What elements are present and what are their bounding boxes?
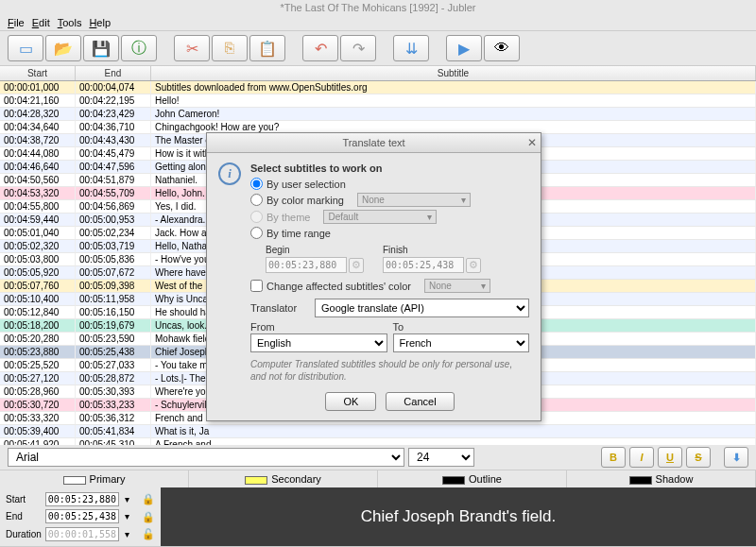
- undo-button[interactable]: ↶: [302, 35, 338, 61]
- from-select[interactable]: English: [250, 333, 387, 352]
- font-size-select[interactable]: 24: [408, 448, 474, 467]
- menu-edit[interactable]: Edit: [32, 17, 50, 28]
- change-color-label[interactable]: Change affected subtitles' color: [266, 281, 411, 292]
- to-label: To: [393, 321, 530, 333]
- start-lock-icon[interactable]: 🔒: [142, 491, 155, 507]
- change-color-select: None▾: [424, 279, 490, 293]
- subtitle-preview[interactable]: Chief Joseph Brandt's field.: [161, 487, 756, 546]
- translator-select[interactable]: Google translate (API): [315, 299, 529, 317]
- col-start[interactable]: Start: [0, 66, 76, 80]
- cell-end: 00:05:23,590: [76, 333, 151, 346]
- cell-end: 00:04:51,879: [76, 174, 151, 187]
- table-row[interactable]: 00:04:21,16000:04:22,195Hello!: [0, 94, 756, 108]
- radio-color-label[interactable]: By color marking: [266, 195, 344, 206]
- duration-stepper[interactable]: ▾: [125, 527, 138, 541]
- cell-end: 00:00:04,074: [76, 81, 151, 94]
- paste-button[interactable]: 📋: [249, 35, 285, 61]
- begin-gear-icon: ⚙: [349, 258, 364, 273]
- swatch-icon: [442, 476, 465, 485]
- radio-user-selection[interactable]: [250, 178, 263, 190]
- info-button[interactable]: ⓘ: [121, 35, 157, 61]
- cell-end: 00:05:27,033: [76, 359, 151, 372]
- swatch-icon: [63, 476, 86, 485]
- table-row[interactable]: 00:05:41,92000:05:45,310A French and: [0, 438, 756, 445]
- window-title: *The Last Of The Mohicans [1992] - Juble…: [0, 0, 756, 15]
- italic-button[interactable]: I: [629, 447, 654, 468]
- cell-start: 00:04:50,560: [0, 174, 76, 187]
- begin-input[interactable]: [266, 257, 347, 273]
- cell-sub: A French and: [151, 438, 756, 445]
- col-subtitle[interactable]: Subtitle: [151, 66, 756, 80]
- radio-time[interactable]: [250, 227, 263, 239]
- cell-start: 00:04:21,160: [0, 94, 76, 108]
- table-row[interactable]: 00:04:28,32000:04:23,429John Cameron!: [0, 108, 756, 121]
- copy-button[interactable]: ⎘: [212, 35, 248, 61]
- cell-end: 00:04:45,479: [76, 147, 151, 161]
- cell-end: 00:05:41,834: [76, 425, 151, 438]
- color-tab-label: Primary: [90, 473, 126, 485]
- col-end[interactable]: End: [76, 66, 151, 80]
- cell-start: 00:05:23,880: [0, 346, 76, 359]
- radio-user-label[interactable]: By user selection: [266, 179, 346, 190]
- new-button[interactable]: ▭: [8, 35, 43, 61]
- info-icon: i: [218, 162, 241, 185]
- color-tab-shadow[interactable]: Shadow: [567, 470, 756, 487]
- start-stepper[interactable]: ▾: [125, 492, 138, 506]
- preview-button[interactable]: 👁: [484, 35, 520, 61]
- font-select[interactable]: Arial: [8, 448, 404, 467]
- ok-button[interactable]: OK: [325, 392, 376, 411]
- cell-start: 00:05:01,040: [0, 227, 76, 240]
- underline-button[interactable]: U: [658, 447, 682, 468]
- strike-button[interactable]: S: [686, 447, 711, 468]
- cell-start: 00:04:46,640: [0, 161, 76, 174]
- cut-button[interactable]: ✂: [174, 35, 210, 61]
- color-tab-secondary[interactable]: Secondary: [189, 470, 378, 487]
- bold-button[interactable]: B: [601, 447, 626, 468]
- redo-button[interactable]: ↷: [340, 35, 376, 61]
- end-input[interactable]: [45, 509, 119, 523]
- play-button[interactable]: ▶: [446, 35, 482, 61]
- table-row[interactable]: 00:05:39,40000:05:41,834What is it, Ja: [0, 425, 756, 438]
- cell-end: 00:04:36,710: [76, 121, 151, 134]
- duration-input[interactable]: [45, 527, 119, 541]
- cell-start: 00:04:38,720: [0, 134, 76, 147]
- open-button[interactable]: 📂: [45, 35, 81, 61]
- cell-start: 00:05:25,520: [0, 359, 76, 372]
- start-input[interactable]: [45, 492, 119, 506]
- cancel-button[interactable]: Cancel: [386, 392, 454, 411]
- cell-end: 00:04:47,596: [76, 161, 151, 174]
- menu-help[interactable]: Help: [89, 17, 111, 28]
- color-tab-label: Secondary: [271, 473, 321, 485]
- color-tab-primary[interactable]: Primary: [0, 470, 189, 487]
- color-tab-outline[interactable]: Outline: [378, 470, 567, 487]
- menu-tools[interactable]: Tools: [58, 17, 82, 28]
- cell-start: 00:05:18,200: [0, 319, 76, 333]
- table-row[interactable]: 00:00:01,00000:00:04,074Subtitles downlo…: [0, 81, 756, 94]
- close-icon[interactable]: ✕: [527, 136, 537, 149]
- end-lock-icon[interactable]: 🔒: [142, 509, 155, 525]
- download-icon[interactable]: ⬇: [724, 447, 748, 468]
- color-tab-label: Shadow: [656, 473, 694, 485]
- sort-button[interactable]: ⇊: [393, 35, 429, 61]
- change-color-checkbox[interactable]: [250, 280, 263, 292]
- cell-start: 00:04:59,440: [0, 214, 76, 227]
- cell-end: 00:04:22,195: [76, 94, 151, 108]
- cell-end: 00:04:43,430: [76, 134, 151, 147]
- to-select[interactable]: French: [393, 333, 530, 352]
- cell-end: 00:05:33,233: [76, 399, 151, 412]
- cell-end: 00:05:28,872: [76, 372, 151, 385]
- swatch-icon: [245, 476, 267, 485]
- menu-file[interactable]: File: [8, 17, 25, 28]
- duration-lock-icon[interactable]: 🔓: [142, 526, 155, 542]
- end-stepper[interactable]: ▾: [125, 509, 138, 523]
- radio-time-label[interactable]: By time range: [266, 228, 331, 239]
- cell-end: 00:04:23,429: [76, 108, 151, 121]
- save-button[interactable]: 💾: [83, 35, 119, 61]
- finish-label: Finish: [383, 245, 481, 255]
- radio-color[interactable]: [250, 194, 263, 206]
- begin-label: Begin: [266, 245, 364, 255]
- cell-end: 00:05:19,679: [76, 319, 151, 333]
- swatch-icon: [629, 476, 652, 485]
- finish-input[interactable]: [383, 257, 464, 273]
- from-label: From: [250, 321, 387, 333]
